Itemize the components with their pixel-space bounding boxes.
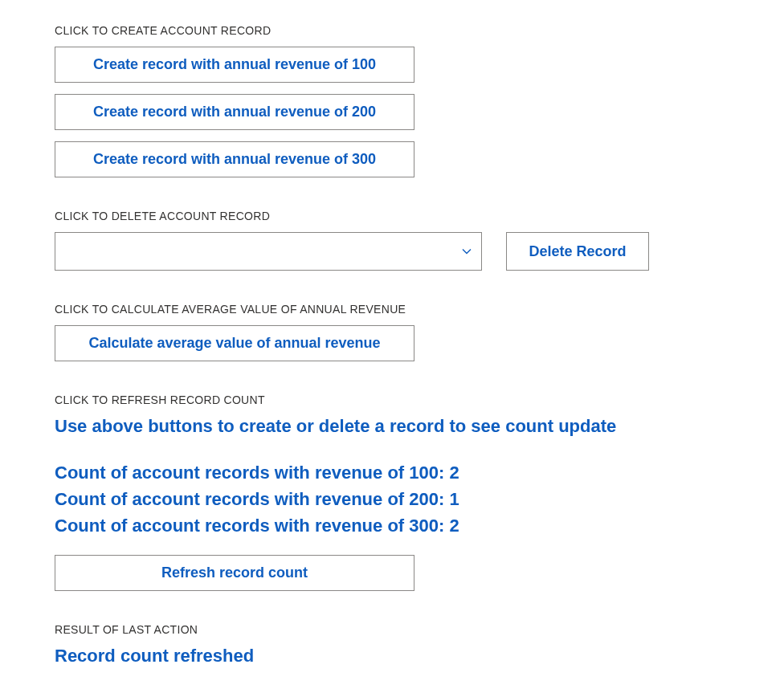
delete-label: CLICK TO DELETE ACCOUNT RECORD [55,210,729,222]
create-record-300-button[interactable]: Create record with annual revenue of 300 [55,141,414,177]
create-record-100-button[interactable]: Create record with annual revenue of 100 [55,47,414,83]
create-button-stack: Create record with annual revenue of 100… [55,47,729,177]
create-record-200-button[interactable]: Create record with annual revenue of 200 [55,94,414,130]
result-section: RESULT OF LAST ACTION Record count refre… [55,623,729,666]
delete-section: CLICK TO DELETE ACCOUNT RECORD Delete Re… [55,210,729,271]
create-section: CLICK TO CREATE ACCOUNT RECORD Create re… [55,24,729,177]
refresh-count-button[interactable]: Refresh record count [55,555,414,591]
delete-row: Delete Record [55,232,729,271]
count-lines: Count of account records with revenue of… [55,459,729,539]
create-label: CLICK TO CREATE ACCOUNT RECORD [55,24,729,37]
calculate-average-button[interactable]: Calculate average value of annual revenu… [55,325,414,361]
calculate-section: CLICK TO CALCULATE AVERAGE VALUE OF ANNU… [55,303,729,361]
record-select-combobox[interactable] [55,232,482,271]
calculate-label: CLICK TO CALCULATE AVERAGE VALUE OF ANNU… [55,303,729,316]
refresh-info-text: Use above buttons to create or delete a … [55,416,729,437]
delete-record-button[interactable]: Delete Record [506,232,649,271]
refresh-label: CLICK TO REFRESH RECORD COUNT [55,393,729,406]
result-text: Record count refreshed [55,646,729,666]
count-line-200: Count of account records with revenue of… [55,486,729,512]
count-line-300: Count of account records with revenue of… [55,512,729,539]
result-label: RESULT OF LAST ACTION [55,623,729,636]
count-line-100: Count of account records with revenue of… [55,459,729,486]
chevron-down-icon [462,246,472,257]
refresh-section: CLICK TO REFRESH RECORD COUNT Use above … [55,393,729,591]
